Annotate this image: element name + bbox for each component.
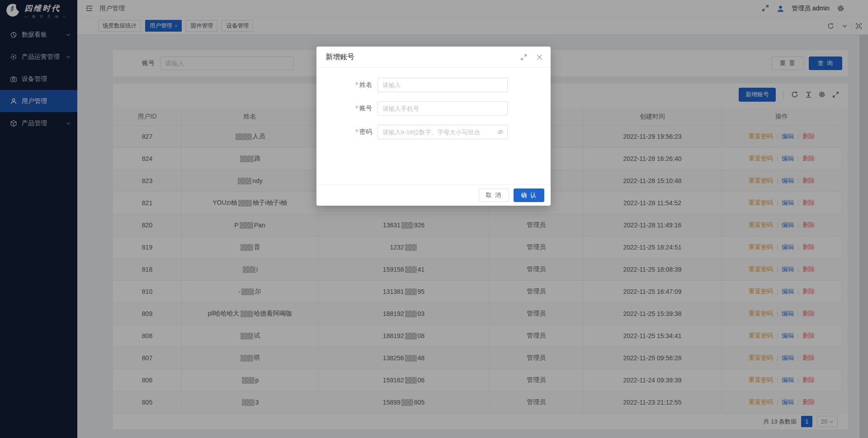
field-input-wrap xyxy=(377,125,508,139)
账号-field[interactable] xyxy=(377,101,508,116)
form-row-账号: *账号 xyxy=(316,101,551,116)
confirm-button[interactable]: 确 认 xyxy=(514,188,544,202)
required-asterisk: * xyxy=(356,104,358,112)
modal-form: *姓名*账号*密码 xyxy=(316,68,551,184)
field-label: *姓名 xyxy=(316,81,377,89)
required-asterisk: * xyxy=(356,128,358,135)
cancel-button[interactable]: 取 消 xyxy=(479,188,509,202)
form-row-姓名: *姓名 xyxy=(316,78,551,92)
eye-slash-icon[interactable] xyxy=(497,128,504,136)
modal-title: 新增账号 xyxy=(326,52,354,62)
姓名-field[interactable] xyxy=(377,78,508,92)
required-asterisk: * xyxy=(356,81,358,88)
app-window: 四维时代 — 数 字 万 物 — 数据看板产品运营管理设备管理用户管理产品管理 … xyxy=(0,0,868,438)
add-account-modal: 新增账号 *姓名*账号*密码 取 消 确 认 xyxy=(316,47,551,206)
field-label: *密码 xyxy=(316,128,377,136)
field-input-wrap xyxy=(377,101,508,116)
field-label: *账号 xyxy=(316,104,377,113)
form-row-密码: *密码 xyxy=(316,125,551,139)
modal-footer: 取 消 确 认 xyxy=(316,184,551,206)
modal-expand-icon[interactable] xyxy=(520,54,527,61)
密码-field[interactable] xyxy=(377,125,508,139)
field-input-wrap xyxy=(377,78,508,92)
modal-close-icon[interactable] xyxy=(536,54,543,61)
modal-header: 新增账号 xyxy=(316,47,551,68)
